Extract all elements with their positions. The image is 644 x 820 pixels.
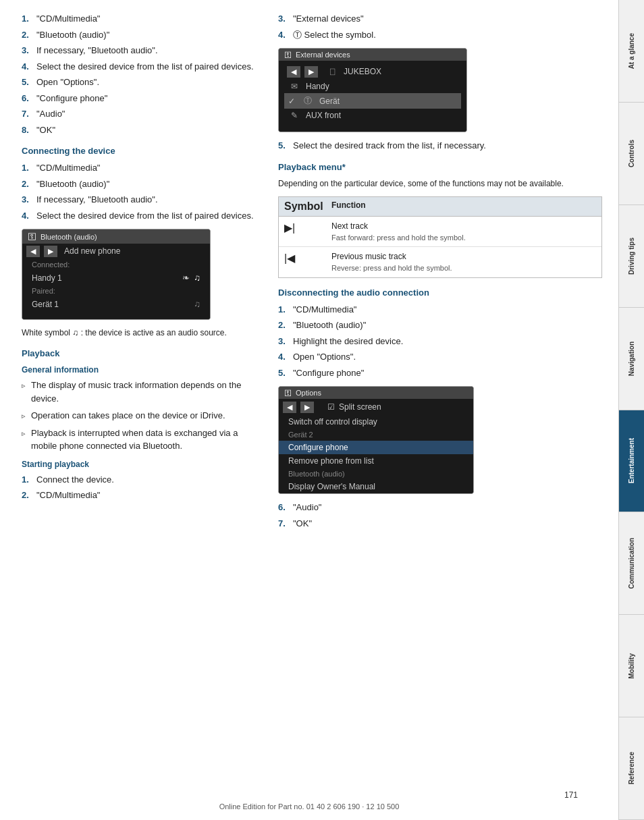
- usb-icon: ⎕: [326, 67, 338, 76]
- connecting-steps-list: 1."CD/Multimedia" 2."Bluetooth (audio)" …: [22, 161, 258, 222]
- handy1-row: Handy 1 ❧ ♫: [22, 271, 210, 285]
- gerat-row: ✓ Ⓣ Gerät: [284, 93, 461, 109]
- list-item: 6."Configure phone": [22, 92, 258, 105]
- disconnect-heading: Disconnecting the audio connection: [278, 288, 602, 298]
- phone-icon: ✉: [288, 82, 300, 91]
- sidebar-item-at-a-glance[interactable]: At a glance: [619, 0, 644, 103]
- connected-label: Connected:: [22, 258, 210, 271]
- playback-menu-heading: Playback menu*: [278, 162, 602, 172]
- add-new-phone-row: Add new phone: [61, 245, 206, 257]
- bt-audio-label: Bluetooth (audio): [279, 468, 473, 480]
- sidebar: At a glance Controls Driving tips Naviga…: [618, 0, 644, 820]
- list-item: 3."External devices": [278, 12, 602, 26]
- options-screen-titlebar: ⚿ Options: [279, 387, 473, 399]
- opt-nav-right[interactable]: ▶: [300, 402, 314, 413]
- nav-left-button[interactable]: ◀: [26, 246, 40, 257]
- split-screen-row: ☑ Split screen: [318, 400, 469, 414]
- ext-nav-right[interactable]: ▶: [304, 66, 318, 78]
- sidebar-item-navigation[interactable]: Navigation: [619, 308, 644, 410]
- disconnect-steps-list: 1."CD/Multimedia" 2."Bluetooth (audio)" …: [278, 303, 602, 380]
- display-manual-row: Display Owner's Manual: [279, 480, 473, 493]
- list-item: 4.Open "Options".: [278, 350, 602, 364]
- sidebar-label: Communication: [628, 538, 635, 589]
- handy1-icons: ❧ ♫: [182, 273, 200, 283]
- bt-icon: ⚿: [28, 231, 36, 242]
- list-item: 3.If necessary, "Bluetooth audio".: [22, 193, 258, 207]
- next-track-function: Next track Fast forward: press and hold …: [331, 220, 596, 244]
- sidebar-item-mobility[interactable]: Mobility: [619, 615, 644, 717]
- switch-off-row: Switch off control display: [279, 415, 473, 429]
- list-item: 1."CD/Multimedia": [22, 161, 258, 175]
- sidebar-item-communication[interactable]: Communication: [619, 512, 644, 615]
- connecting-heading: Connecting the device: [22, 146, 258, 156]
- sidebar-label: Driving tips: [628, 238, 635, 275]
- bt-screen-body: ◀ ▶ Add new phone Connected: Handy 1 ❧ ♫: [22, 244, 210, 319]
- list-item: 1."CD/Multimedia": [22, 12, 258, 26]
- list-item: 4.Ⓣ Select the symbol.: [278, 28, 602, 42]
- sidebar-label: Navigation: [628, 341, 635, 376]
- page-number: 171: [0, 790, 618, 800]
- list-item: 5. Select the desired track from the lis…: [278, 139, 602, 153]
- check-icon: ✓: [288, 97, 295, 106]
- sidebar-item-reference[interactable]: Reference: [619, 717, 644, 820]
- prev-track-function: Previous music track Reverse: press and …: [331, 250, 596, 274]
- list-item: 3.If necessary, "Bluetooth audio".: [22, 44, 258, 57]
- jukebox-row: ⎕ JUKEBOX: [322, 65, 458, 78]
- paired-label: Paired:: [22, 285, 210, 297]
- list-item: 1."CD/Multimedia": [278, 303, 602, 317]
- ext-steps-top-list: 3."External devices" 4.Ⓣ Select the symb…: [278, 12, 602, 41]
- page-footer: 171 Online Edition for Part no. 01 40 2 …: [0, 784, 618, 815]
- sidebar-label: Controls: [628, 140, 635, 167]
- list-item: 7."Audio": [22, 107, 258, 121]
- list-item: 2."Bluetooth (audio)": [22, 28, 258, 42]
- pencil-icon: ✎: [288, 111, 300, 120]
- sidebar-label: At a glance: [628, 33, 635, 69]
- options-icon: ⚿: [284, 389, 292, 397]
- bullet-icon: ▹: [22, 380, 26, 405]
- list-item: ▹ The display of music track information…: [22, 379, 258, 405]
- sidebar-label: Mobility: [628, 653, 635, 679]
- sidebar-item-entertainment[interactable]: Entertainment: [619, 410, 644, 513]
- sidebar-item-driving-tips[interactable]: Driving tips: [619, 205, 644, 308]
- list-item: 3.Highlight the desired device.: [278, 335, 602, 348]
- footer-text: Online Edition for Part no. 01 40 2 606 …: [0, 802, 618, 811]
- nav-right-button[interactable]: ▶: [44, 246, 57, 257]
- table-row: |◀ Previous music track Reverse: press a…: [279, 247, 601, 277]
- ext-screen-titlebar: ⚿ External devices: [279, 49, 466, 61]
- list-item: 4.Select the desired device from the lis…: [22, 209, 258, 223]
- list-item: 6. "Audio": [278, 501, 602, 514]
- bluetooth-screen: ⚿ Bluetooth (audio) ◀ ▶ Add new phone Co…: [22, 229, 211, 320]
- next-track-symbol: ▶|: [284, 220, 331, 244]
- final-steps-list: 6. "Audio" 7. "OK": [278, 501, 602, 530]
- playback-menu-desc: Depending on the particular device, some…: [278, 177, 602, 190]
- bt-screen-title: Bluetooth (audio): [41, 233, 97, 241]
- ext-screen-title: External devices: [296, 51, 350, 59]
- list-item: 1.Connect the device.: [22, 473, 258, 487]
- list-item: 2."Bluetooth (audio)": [22, 177, 258, 191]
- list-item: 2."CD/Multimedia": [22, 489, 258, 502]
- bullet-icon: ▹: [22, 410, 26, 422]
- list-item: 5."Configure phone": [278, 366, 602, 380]
- left-column: 1."CD/Multimedia" 2."Bluetooth (audio)" …: [22, 12, 271, 800]
- general-info-list: ▹ The display of music track information…: [22, 379, 258, 453]
- configure-phone-row: Configure phone: [279, 441, 473, 454]
- options-body: ◀ ▶ ☑ Split screen Switch off control di…: [279, 399, 473, 493]
- bt-symbol: ❧: [182, 273, 190, 283]
- sidebar-label: Reference: [628, 752, 635, 784]
- list-item: 7. "OK": [278, 517, 602, 530]
- list-item: ▹ Playback is interrupted when data is e…: [22, 427, 258, 453]
- list-item: 2."Bluetooth (audio)": [278, 319, 602, 332]
- bullet-icon: ▹: [22, 428, 26, 453]
- handy-row: ✉ Handy: [284, 80, 461, 93]
- opt-nav-left[interactable]: ◀: [283, 402, 296, 413]
- ext-screen-body: ◀ ▶ ⎕ JUKEBOX ✉ Handy: [279, 61, 466, 132]
- ext-icon: ⚿: [284, 51, 292, 59]
- sidebar-item-controls[interactable]: Controls: [619, 103, 644, 205]
- col-symbol-header: Symbol: [284, 200, 331, 213]
- prev-track-symbol: |◀: [284, 250, 331, 274]
- bt-screen-titlebar: ⚿ Bluetooth (audio): [22, 229, 210, 244]
- external-devices-screen: ⚿ External devices ◀ ▶ ⎕ JUKEBOX: [278, 48, 467, 132]
- playback-table: Symbol Function ▶| Next track Fast forwa…: [278, 196, 602, 278]
- ext-nav-left[interactable]: ◀: [287, 66, 300, 78]
- check-box-icon: ☑: [327, 402, 335, 412]
